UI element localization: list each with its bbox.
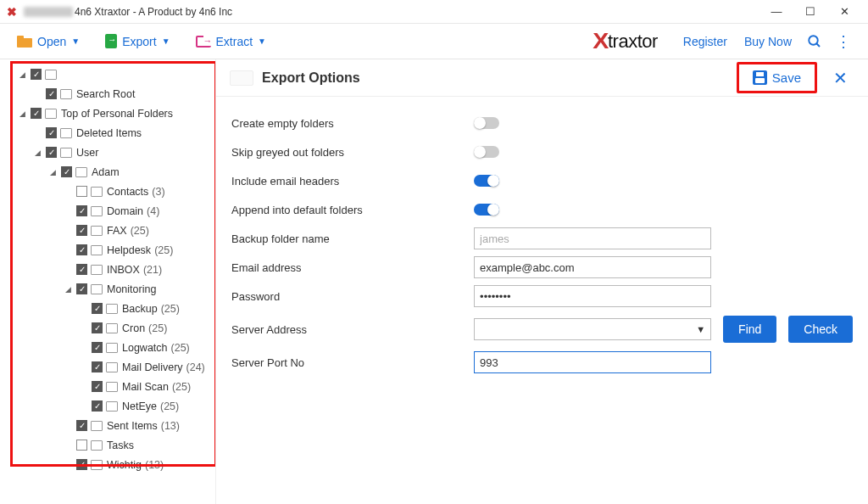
tree-item[interactable]: ✓Domain (4) — [3, 201, 215, 221]
tree-checkbox[interactable]: ✓ — [76, 225, 87, 236]
tree-checkbox[interactable] — [76, 186, 87, 197]
minimize-button[interactable]: — — [760, 0, 793, 24]
svg-point-0 — [809, 36, 818, 45]
tree-item[interactable]: ✓FAX (25) — [3, 221, 215, 240]
tree-item[interactable]: ✓Cron (25) — [3, 318, 215, 338]
tree-checkbox[interactable]: ✓ — [76, 420, 87, 431]
expand-icon[interactable]: ◢ — [17, 70, 27, 79]
headers-toggle[interactable] — [474, 175, 499, 187]
password-input[interactable] — [474, 285, 711, 307]
folder-icon — [106, 323, 118, 333]
open-menu-button[interactable]: Open ▼ — [10, 31, 86, 52]
app-logo-icon: ✖ — [7, 5, 17, 19]
port-input[interactable] — [474, 351, 711, 373]
register-link[interactable]: Register — [675, 31, 736, 52]
tree-item[interactable]: ✓Logwatch (25) — [3, 338, 215, 357]
server-select[interactable]: ▼ — [474, 318, 711, 340]
tree-checkbox[interactable]: ✓ — [92, 322, 103, 333]
save-label: Save — [772, 70, 801, 85]
tree-item[interactable]: ✓Mail Scan (25) — [3, 377, 215, 396]
tree-checkbox[interactable]: ✓ — [76, 283, 87, 294]
main-toolbar: Open ▼ Export ▼ Extract ▼ Xtraxtor Regis… — [0, 24, 868, 59]
tree-item[interactable]: Tasks — [3, 435, 215, 455]
tree-label: Mail Scan — [122, 381, 169, 393]
export-menu-button[interactable]: Export ▼ — [98, 31, 176, 52]
create-empty-toggle[interactable] — [474, 117, 499, 129]
tree-checkbox[interactable]: ✓ — [92, 342, 103, 353]
tree-item[interactable]: ✓Sent Items (13) — [3, 416, 215, 435]
expand-icon[interactable]: ◢ — [47, 168, 58, 176]
tree-checkbox[interactable]: ✓ — [92, 400, 103, 412]
tree-item[interactable]: ◢✓Monitoring — [3, 279, 215, 299]
tree-item[interactable]: ◢✓Adam — [3, 162, 215, 182]
search-icon[interactable] — [800, 27, 829, 56]
tree-checkbox[interactable]: ✓ — [76, 205, 87, 216]
brand-x-icon: X — [593, 28, 609, 54]
folder-icon — [45, 109, 57, 119]
close-panel-button[interactable]: ✕ — [826, 64, 854, 92]
tree-item[interactable]: ✓Helpdesk (25) — [3, 240, 215, 260]
tree-count: (25) — [172, 381, 191, 393]
task-icon — [91, 440, 103, 451]
tree-checkbox[interactable]: ✓ — [31, 69, 42, 80]
tree-item[interactable]: ✓Deleted Items — [3, 123, 215, 143]
tree-item[interactable]: ✓NetEye (25) — [3, 396, 215, 416]
tree-count: (13) — [161, 420, 180, 432]
tree-count: (25) — [160, 400, 179, 412]
tree-label: Monitoring — [107, 283, 156, 295]
tree-checkbox[interactable]: ✓ — [76, 459, 87, 470]
tree-item[interactable]: Contacts (3) — [3, 182, 215, 201]
tree-checkbox[interactable]: ✓ — [76, 264, 87, 275]
tree-checkbox[interactable]: ✓ — [46, 88, 57, 99]
tree-item[interactable]: ✓INBOX (21) — [3, 260, 215, 279]
folder-open-icon — [17, 36, 32, 48]
close-window-button[interactable]: ✕ — [827, 0, 861, 24]
backup-input[interactable] — [474, 227, 711, 249]
email-input[interactable] — [474, 256, 711, 278]
tree-item[interactable]: ✓Mail Delivery (24) — [3, 357, 215, 377]
titlebar: ✖ 4n6 Xtraxtor - A Product by 4n6 Inc — … — [0, 0, 868, 24]
skip-greyed-toggle[interactable] — [474, 146, 499, 158]
extract-label: Extract — [216, 35, 253, 48]
tree-checkbox[interactable]: ✓ — [92, 381, 103, 392]
tree-checkbox[interactable] — [76, 440, 87, 451]
tree-label: Logwatch — [122, 342, 168, 354]
expand-icon[interactable]: ◢ — [32, 148, 42, 157]
find-button[interactable]: Find — [723, 316, 776, 343]
export-options-pane: Export Options Save ✕ Create empty folde… — [216, 59, 868, 504]
tree-item[interactable]: ◢✓ — [3, 64, 215, 84]
check-button[interactable]: Check — [788, 316, 853, 343]
tree-checkbox[interactable]: ✓ — [92, 303, 103, 314]
chevron-down-icon: ▼ — [162, 36, 170, 46]
export-label: Export — [122, 35, 156, 48]
tree-checkbox[interactable]: ✓ — [46, 147, 57, 158]
tree-count: (24) — [186, 361, 205, 373]
tree-label: Top of Personal Folders — [61, 108, 173, 120]
skip-greyed-row: Skip greyed out folders — [231, 137, 853, 166]
tree-checkbox[interactable]: ✓ — [76, 244, 87, 255]
tree-label: NetEye — [122, 400, 157, 412]
tree-item[interactable]: ◢✓Top of Personal Folders — [3, 104, 215, 123]
maximize-button[interactable]: ☐ — [793, 0, 827, 24]
tree-item[interactable]: ✓Search Root — [3, 84, 215, 104]
append-toggle[interactable] — [474, 204, 499, 216]
folder-icon — [106, 343, 118, 353]
tree-checkbox[interactable]: ✓ — [46, 127, 57, 138]
tree-item[interactable]: ◢✓User — [3, 143, 215, 162]
extract-menu-button[interactable]: Extract ▼ — [189, 31, 273, 52]
save-highlight-annotation: Save — [737, 62, 817, 93]
main-area: ◢✓✓Search Root◢✓Top of Personal Folders✓… — [0, 59, 868, 504]
more-menu-icon[interactable]: ⋮ — [829, 27, 858, 56]
tree-checkbox[interactable]: ✓ — [31, 108, 42, 119]
save-button[interactable]: Save — [741, 65, 813, 90]
tree-label: Wichtig — [107, 459, 142, 471]
expand-icon[interactable]: ◢ — [63, 285, 73, 294]
trash-icon — [60, 128, 72, 138]
tree-checkbox[interactable]: ✓ — [61, 166, 72, 177]
tree-item[interactable]: ✓Wichtig (13) — [3, 455, 215, 474]
expand-icon[interactable]: ◢ — [17, 109, 27, 118]
buy-now-link[interactable]: Buy Now — [736, 31, 800, 52]
tree-item[interactable]: ✓Backup (25) — [3, 299, 215, 318]
tree-checkbox[interactable]: ✓ — [92, 361, 103, 372]
tree-label: Helpdesk — [107, 244, 151, 256]
